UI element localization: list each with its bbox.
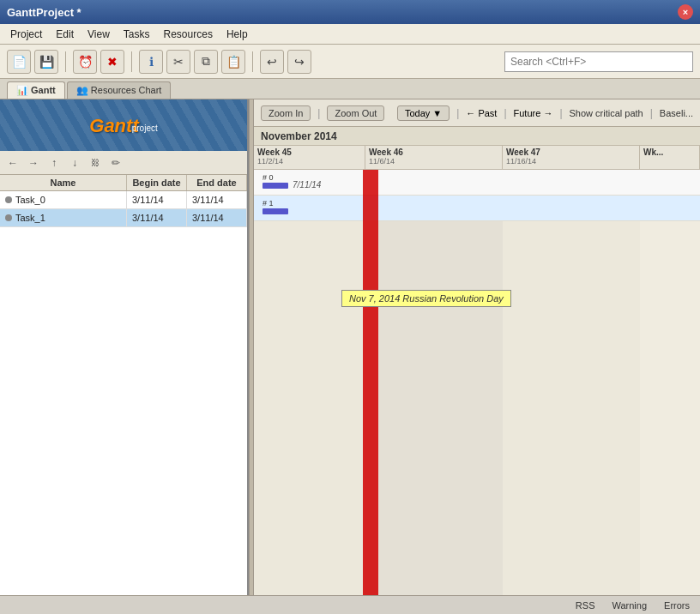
holiday-tooltip: Nov 7, 2014 Russian Revolution Day	[341, 290, 511, 307]
today-button[interactable]: Today ▼	[397, 105, 450, 121]
week-stripe-1	[254, 170, 365, 595]
task-move-left-btn[interactable]: ←	[3, 154, 22, 172]
close-button[interactable]: ×	[678, 4, 693, 20]
tab-bar: 📊 Gantt 👥 Resources Chart	[0, 79, 700, 99]
past-button[interactable]: ← Past	[466, 108, 497, 118]
task-properties-btn[interactable]: ✏	[106, 154, 125, 172]
table-row[interactable]: Task_1 3/11/14 3/11/14	[0, 209, 247, 227]
gantt-sep-1: |	[317, 107, 320, 119]
title-bar: GanttProject * ×	[0, 0, 700, 24]
undo-button[interactable]: ↩	[260, 50, 284, 74]
baseline-button[interactable]: Baseli...	[660, 108, 693, 118]
save-button[interactable]: 💾	[34, 50, 58, 74]
task-mini-toolbar: ← → ↑ ↓ ⛓ ✏	[0, 151, 247, 175]
tab-resources-icon: 👥	[76, 85, 88, 95]
gantt-row-1: # 1	[254, 196, 700, 221]
tab-gantt-icon: 📊	[16, 85, 28, 95]
week-stripe-3	[503, 170, 640, 595]
task-bar-1: # 1	[262, 199, 288, 214]
week-col-48: Wk...	[640, 146, 700, 169]
gantt-area: November 2014 Week 45 11/2/14 Week 46 11…	[254, 127, 700, 595]
week-col-45: Week 45 11/2/14	[254, 146, 365, 169]
status-rss[interactable]: RSS	[576, 600, 595, 611]
task-indent-btn[interactable]: →	[24, 154, 43, 172]
col-name: Name	[0, 175, 127, 190]
today-line	[363, 170, 378, 595]
task-dot	[5, 214, 12, 221]
gantt-sep-5: |	[650, 107, 653, 119]
task-table: Name Begin date End date Task_0 3/11/14 …	[0, 175, 247, 595]
task-bar-0: # 0	[262, 173, 288, 189]
toolbar-separator-3	[252, 51, 253, 72]
task-table-header: Name Begin date End date	[0, 175, 247, 191]
task-move-down-btn[interactable]: ↓	[65, 154, 84, 172]
task-bar-0-bar	[262, 183, 288, 189]
clock-button[interactable]: ⏰	[73, 50, 97, 74]
task-label-1: # 1	[262, 199, 274, 208]
app-title: GanttProject *	[7, 6, 81, 19]
menu-edit[interactable]: Edit	[49, 27, 81, 42]
gantt-toolbar: Zoom In | Zoom Out Today ▼ | ← Past | Fu…	[254, 99, 700, 127]
menu-tasks[interactable]: Tasks	[117, 27, 157, 42]
task-date-label-0: 7/11/14	[293, 180, 321, 190]
toolbar: 📄 💾 ⏰ ✖ ℹ ✂ ⧉ 📋 ↩ ↪	[0, 45, 700, 79]
toolbar-separator-1	[65, 51, 66, 72]
menu-help[interactable]: Help	[220, 27, 255, 42]
tab-gantt[interactable]: 📊 Gantt	[7, 81, 65, 99]
task-begin-cell: 3/11/14	[127, 209, 187, 226]
gantt-row-0: # 0 7/11/14	[254, 170, 700, 196]
task-name-cell: Task_0	[0, 191, 127, 208]
zoom-out-button[interactable]: Zoom Out	[327, 105, 384, 121]
gantt-sep-4: |	[559, 107, 562, 119]
task-move-up-btn[interactable]: ↑	[45, 154, 63, 172]
logo-area: Gantt project	[0, 99, 247, 151]
main-content: Gantt project ← → ↑ ↓ ⛓ ✏ Name Begin dat…	[0, 99, 700, 595]
month-header: November 2014	[254, 127, 700, 146]
task-bar-1-bar	[262, 208, 288, 214]
menu-bar: Project Edit View Tasks Resources Help	[0, 24, 700, 45]
left-panel: Gantt project ← → ↑ ↓ ⛓ ✏ Name Begin dat…	[0, 99, 249, 595]
dropdown-icon: ▼	[432, 108, 442, 118]
task-name-cell: Task_1	[0, 209, 127, 226]
task-label-0: # 0	[262, 173, 274, 182]
new-button[interactable]: 📄	[7, 50, 31, 74]
gantt-sep-3: |	[504, 107, 506, 119]
col-end: End date	[187, 175, 247, 190]
status-bar: RSS Warning Errors	[0, 595, 700, 614]
zoom-in-button[interactable]: Zoom In	[261, 105, 311, 121]
search-input[interactable]	[504, 51, 693, 72]
redo-button[interactable]: ↪	[287, 50, 311, 74]
cut-button[interactable]: ✂	[166, 50, 190, 74]
future-button[interactable]: Future →	[514, 108, 553, 118]
week-col-46: Week 46 11/6/14	[365, 146, 503, 169]
critical-path-button[interactable]: Show critical path	[570, 108, 643, 118]
task-link-btn[interactable]: ⛓	[86, 154, 105, 172]
week-col-47: Week 47 11/16/14	[503, 146, 640, 169]
task-end-cell: 3/11/14	[187, 209, 247, 226]
status-errors[interactable]: Errors	[664, 600, 690, 611]
gantt-rows-container: # 0 7/11/14 # 1 Nov 7,	[254, 170, 700, 595]
week-header: Week 45 11/2/14 Week 46 11/6/14 Week 47 …	[254, 146, 700, 170]
tab-resources-chart[interactable]: 👥 Resources Chart	[67, 81, 172, 99]
task-begin-cell: 3/11/14	[127, 191, 187, 208]
menu-project[interactable]: Project	[3, 27, 49, 42]
task-dot	[5, 196, 12, 203]
gantt-sep-2: |	[456, 107, 459, 119]
cancel-button[interactable]: ✖	[100, 50, 124, 74]
task-end-cell: 3/11/14	[187, 191, 247, 208]
copy-button[interactable]: ⧉	[194, 50, 218, 74]
info-button[interactable]: ℹ	[139, 50, 163, 74]
menu-resources[interactable]: Resources	[157, 27, 220, 42]
table-row[interactable]: Task_0 3/11/14 3/11/14	[0, 191, 247, 209]
paste-button[interactable]: 📋	[221, 50, 245, 74]
week-stripe-2	[365, 170, 503, 595]
logo-wrapper: Gantt project	[0, 99, 247, 151]
status-warning[interactable]: Warning	[612, 600, 647, 611]
menu-view[interactable]: View	[81, 27, 117, 42]
col-begin: Begin date	[127, 175, 187, 190]
toolbar-separator-2	[131, 51, 132, 72]
right-panel: Zoom In | Zoom Out Today ▼ | ← Past | Fu…	[254, 99, 700, 595]
